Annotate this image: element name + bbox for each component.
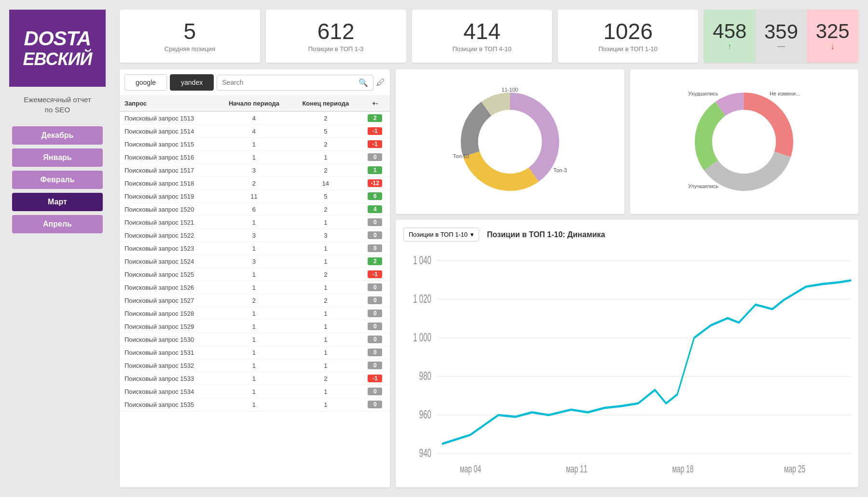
month-march[interactable]: Март — [12, 193, 103, 211]
table-row[interactable]: Поисковый запрос 1523 1 1 0 — [120, 242, 390, 255]
cell-query: Поисковый запрос 1517 — [120, 164, 217, 177]
cell-query: Поисковый запрос 1528 — [120, 307, 217, 320]
cell-start: 1 — [217, 398, 291, 411]
chart-title: Позиции в ТОП 1-10: Динамика — [487, 230, 605, 239]
cell-query: Поисковый запрос 1513 — [120, 111, 217, 125]
table-row[interactable]: Поисковый запрос 1533 1 2 -1 — [120, 372, 390, 385]
search-box[interactable]: 🔍 — [217, 75, 373, 91]
table-row[interactable]: Поисковый запрос 1515 1 2 -1 — [120, 138, 390, 151]
svg-text:мар 04: мар 04 — [460, 463, 481, 475]
cell-end: 2 — [291, 138, 360, 151]
month-april[interactable]: Апрель — [12, 215, 103, 233]
donut1-label-left: Топ-10 — [453, 153, 469, 159]
cell-start: 1 — [217, 333, 291, 346]
donut-svg-1 — [452, 84, 568, 200]
cell-delta: 2 — [360, 255, 390, 268]
cell-query: Поисковый запрос 1531 — [120, 346, 217, 359]
cell-delta: 0 — [360, 385, 390, 398]
cell-query: Поисковый запрос 1526 — [120, 281, 217, 294]
cell-delta: 0 — [360, 320, 390, 333]
cell-start: 1 — [217, 151, 291, 164]
cell-start: 1 — [217, 359, 291, 372]
cell-query: Поисковый запрос 1532 — [120, 359, 217, 372]
table-scroll[interactable]: Запрос Начало периода Конец периода +- П… — [120, 96, 390, 411]
cell-end: 1 — [291, 346, 360, 359]
tab-yandex[interactable]: yandex — [170, 74, 214, 91]
content-row: google yandex 🔍 🖊 Запрос Начало периода … — [120, 69, 858, 487]
cell-delta: 0 — [360, 333, 390, 346]
stat-avg-position: 5 Средняя позиция — [120, 10, 260, 63]
svg-point-9 — [712, 110, 776, 174]
cell-start: 1 — [217, 372, 291, 385]
table-row[interactable]: Поисковый запрос 1526 1 1 0 — [120, 281, 390, 294]
search-input[interactable] — [222, 79, 356, 86]
table-row[interactable]: Поисковый запрос 1522 3 3 0 — [120, 229, 390, 242]
svg-text:940: 940 — [419, 447, 431, 459]
month-december[interactable]: Декабрь — [12, 126, 103, 145]
cell-delta: 6 — [360, 190, 390, 203]
table-row[interactable]: Поисковый запрос 1514 4 5 -1 — [120, 125, 390, 138]
chart-dropdown[interactable]: Позиции в ТОП 1-10 ▾ — [403, 228, 479, 242]
stat-triple-dash: — — [777, 42, 785, 51]
table-row[interactable]: Поисковый запрос 1524 3 1 2 — [120, 255, 390, 268]
month-february[interactable]: Февраль — [12, 171, 103, 189]
table-row[interactable]: Поисковый запрос 1528 1 1 0 — [120, 307, 390, 320]
col-delta: +- — [360, 96, 390, 111]
line-chart-header: Позиции в ТОП 1-10 ▾ Позиции в ТОП 1-10:… — [403, 228, 851, 242]
cell-end: 1 — [291, 359, 360, 372]
table-row[interactable]: Поисковый запрос 1518 2 14 -12 — [120, 177, 390, 190]
table-row[interactable]: Поисковый запрос 1532 1 1 0 — [120, 359, 390, 372]
cell-end: 1 — [291, 398, 360, 411]
donut-chart-1: 11-100 Топ-10 Топ-3 — [396, 69, 624, 214]
table-row[interactable]: Поисковый запрос 1529 1 1 0 — [120, 320, 390, 333]
table-row[interactable]: Поисковый запрос 1519 11 5 6 — [120, 190, 390, 203]
col-query: Запрос — [120, 96, 217, 111]
cell-end: 5 — [291, 125, 360, 138]
cell-query: Поисковый запрос 1530 — [120, 333, 217, 346]
stat-triple-arrow-up: ↑ — [728, 41, 732, 52]
cell-delta: -1 — [360, 125, 390, 138]
tab-google[interactable]: google — [124, 74, 167, 91]
stat-top1-10-value: 1026 — [603, 20, 652, 42]
cell-delta: 0 — [360, 229, 390, 242]
cell-start: 1 — [217, 320, 291, 333]
table-row[interactable]: Поисковый запрос 1520 6 2 4 — [120, 203, 390, 216]
svg-text:1 000: 1 000 — [413, 331, 431, 344]
donut2-label-worsened: Ухудшились — [688, 91, 718, 96]
cell-delta: 0 — [360, 151, 390, 164]
table-row[interactable]: Поисковый запрос 1527 2 2 0 — [120, 294, 390, 307]
donut-chart-2: Ухудшились Не измени... Улучшились — [630, 69, 859, 214]
svg-point-4 — [478, 110, 542, 174]
logo-line2: ЕВСКИЙ — [23, 50, 92, 69]
cell-delta: 0 — [360, 359, 390, 372]
cell-end: 2 — [291, 164, 360, 177]
cell-query: Поисковый запрос 1534 — [120, 385, 217, 398]
cell-query: Поисковый запрос 1535 — [120, 398, 217, 411]
stat-triple-val2: 359 — [764, 22, 798, 42]
donut1-label-right: Топ-3 — [553, 167, 567, 173]
table-row[interactable]: Поисковый запрос 1525 1 2 -1 — [120, 268, 390, 281]
cell-end: 1 — [291, 320, 360, 333]
table-row[interactable]: Поисковый запрос 1534 1 1 0 — [120, 385, 390, 398]
table-row[interactable]: Поисковый запрос 1535 1 1 0 — [120, 398, 390, 411]
table-row[interactable]: Поисковый запрос 1521 1 1 0 — [120, 216, 390, 229]
month-january[interactable]: Январь — [12, 148, 103, 167]
cell-end: 2 — [291, 372, 360, 385]
table-row[interactable]: Поисковый запрос 1531 1 1 0 — [120, 346, 390, 359]
table-row[interactable]: Поисковый запрос 1530 1 1 0 — [120, 333, 390, 346]
search-icon: 🔍 — [358, 78, 368, 87]
svg-text:мар 18: мар 18 — [672, 463, 693, 475]
stats-row: 5 Средняя позиция 612 Позиции в ТОП 1-3 … — [120, 10, 858, 63]
line-chart-card: Позиции в ТОП 1-10 ▾ Позиции в ТОП 1-10:… — [396, 220, 858, 487]
table-section: google yandex 🔍 🖊 Запрос Начало периода … — [120, 69, 390, 487]
donut2-label-unchanged: Не измени... — [770, 91, 800, 96]
filter-icon[interactable]: 🖊 — [376, 78, 385, 88]
cell-query: Поисковый запрос 1519 — [120, 190, 217, 203]
table-row[interactable]: Поисковый запрос 1513 4 2 2 — [120, 111, 390, 125]
cell-start: 2 — [217, 177, 291, 190]
table-row[interactable]: Поисковый запрос 1516 1 1 0 — [120, 151, 390, 164]
svg-text:мар 25: мар 25 — [784, 463, 805, 475]
table-row[interactable]: Поисковый запрос 1517 3 2 1 — [120, 164, 390, 177]
cell-end: 1 — [291, 151, 360, 164]
cell-delta: -12 — [360, 177, 390, 190]
